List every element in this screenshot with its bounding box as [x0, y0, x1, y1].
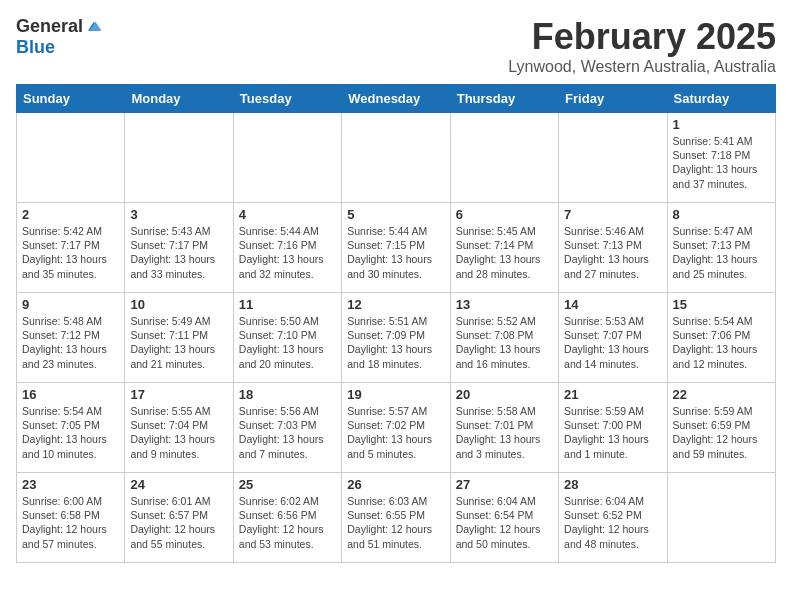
calendar-cell — [559, 113, 667, 203]
day-info: Sunrise: 5:42 AM Sunset: 7:17 PM Dayligh… — [22, 224, 119, 281]
day-number: 8 — [673, 207, 770, 222]
day-number: 3 — [130, 207, 227, 222]
day-number: 2 — [22, 207, 119, 222]
calendar-cell: 15Sunrise: 5:54 AM Sunset: 7:06 PM Dayli… — [667, 293, 775, 383]
calendar-cell: 23Sunrise: 6:00 AM Sunset: 6:58 PM Dayli… — [17, 473, 125, 563]
calendar-cell: 3Sunrise: 5:43 AM Sunset: 7:17 PM Daylig… — [125, 203, 233, 293]
logo-icon — [85, 18, 103, 36]
calendar-cell: 20Sunrise: 5:58 AM Sunset: 7:01 PM Dayli… — [450, 383, 558, 473]
calendar-cell: 7Sunrise: 5:46 AM Sunset: 7:13 PM Daylig… — [559, 203, 667, 293]
calendar-cell: 4Sunrise: 5:44 AM Sunset: 7:16 PM Daylig… — [233, 203, 341, 293]
day-number: 16 — [22, 387, 119, 402]
calendar-table: Sunday Monday Tuesday Wednesday Thursday… — [16, 84, 776, 563]
day-info: Sunrise: 5:54 AM Sunset: 7:05 PM Dayligh… — [22, 404, 119, 461]
day-number: 6 — [456, 207, 553, 222]
day-info: Sunrise: 5:57 AM Sunset: 7:02 PM Dayligh… — [347, 404, 444, 461]
calendar-cell — [125, 113, 233, 203]
day-info: Sunrise: 5:54 AM Sunset: 7:06 PM Dayligh… — [673, 314, 770, 371]
col-wednesday: Wednesday — [342, 85, 450, 113]
col-monday: Monday — [125, 85, 233, 113]
logo-blue: Blue — [16, 37, 55, 58]
calendar-cell: 14Sunrise: 5:53 AM Sunset: 7:07 PM Dayli… — [559, 293, 667, 383]
day-number: 23 — [22, 477, 119, 492]
calendar-title: February 2025 — [508, 16, 776, 58]
calendar-cell: 12Sunrise: 5:51 AM Sunset: 7:09 PM Dayli… — [342, 293, 450, 383]
day-number: 24 — [130, 477, 227, 492]
calendar-cell: 8Sunrise: 5:47 AM Sunset: 7:13 PM Daylig… — [667, 203, 775, 293]
day-number: 10 — [130, 297, 227, 312]
day-info: Sunrise: 6:03 AM Sunset: 6:55 PM Dayligh… — [347, 494, 444, 551]
calendar-cell: 2Sunrise: 5:42 AM Sunset: 7:17 PM Daylig… — [17, 203, 125, 293]
day-number: 17 — [130, 387, 227, 402]
calendar-cell: 9Sunrise: 5:48 AM Sunset: 7:12 PM Daylig… — [17, 293, 125, 383]
calendar-cell — [17, 113, 125, 203]
calendar-cell: 19Sunrise: 5:57 AM Sunset: 7:02 PM Dayli… — [342, 383, 450, 473]
calendar-cell — [667, 473, 775, 563]
day-info: Sunrise: 5:59 AM Sunset: 7:00 PM Dayligh… — [564, 404, 661, 461]
calendar-cell: 10Sunrise: 5:49 AM Sunset: 7:11 PM Dayli… — [125, 293, 233, 383]
day-number: 9 — [22, 297, 119, 312]
calendar-cell: 5Sunrise: 5:44 AM Sunset: 7:15 PM Daylig… — [342, 203, 450, 293]
col-saturday: Saturday — [667, 85, 775, 113]
day-number: 26 — [347, 477, 444, 492]
day-number: 21 — [564, 387, 661, 402]
logo: General Blue — [16, 16, 103, 58]
day-number: 25 — [239, 477, 336, 492]
day-info: Sunrise: 5:49 AM Sunset: 7:11 PM Dayligh… — [130, 314, 227, 371]
day-number: 5 — [347, 207, 444, 222]
calendar-cell: 17Sunrise: 5:55 AM Sunset: 7:04 PM Dayli… — [125, 383, 233, 473]
day-info: Sunrise: 5:45 AM Sunset: 7:14 PM Dayligh… — [456, 224, 553, 281]
day-number: 1 — [673, 117, 770, 132]
day-info: Sunrise: 5:55 AM Sunset: 7:04 PM Dayligh… — [130, 404, 227, 461]
calendar-week-1: 1Sunrise: 5:41 AM Sunset: 7:18 PM Daylig… — [17, 113, 776, 203]
col-friday: Friday — [559, 85, 667, 113]
calendar-week-2: 2Sunrise: 5:42 AM Sunset: 7:17 PM Daylig… — [17, 203, 776, 293]
day-number: 27 — [456, 477, 553, 492]
day-number: 14 — [564, 297, 661, 312]
day-number: 28 — [564, 477, 661, 492]
day-info: Sunrise: 5:44 AM Sunset: 7:16 PM Dayligh… — [239, 224, 336, 281]
calendar-week-4: 16Sunrise: 5:54 AM Sunset: 7:05 PM Dayli… — [17, 383, 776, 473]
calendar-cell: 28Sunrise: 6:04 AM Sunset: 6:52 PM Dayli… — [559, 473, 667, 563]
day-info: Sunrise: 6:00 AM Sunset: 6:58 PM Dayligh… — [22, 494, 119, 551]
calendar-cell — [450, 113, 558, 203]
day-info: Sunrise: 5:58 AM Sunset: 7:01 PM Dayligh… — [456, 404, 553, 461]
day-info: Sunrise: 5:53 AM Sunset: 7:07 PM Dayligh… — [564, 314, 661, 371]
calendar-cell — [342, 113, 450, 203]
calendar-cell — [233, 113, 341, 203]
day-number: 4 — [239, 207, 336, 222]
calendar-cell: 24Sunrise: 6:01 AM Sunset: 6:57 PM Dayli… — [125, 473, 233, 563]
day-number: 12 — [347, 297, 444, 312]
calendar-cell: 1Sunrise: 5:41 AM Sunset: 7:18 PM Daylig… — [667, 113, 775, 203]
calendar-cell: 22Sunrise: 5:59 AM Sunset: 6:59 PM Dayli… — [667, 383, 775, 473]
page-header: General Blue February 2025 Lynwood, West… — [16, 16, 776, 76]
day-number: 11 — [239, 297, 336, 312]
day-info: Sunrise: 6:04 AM Sunset: 6:54 PM Dayligh… — [456, 494, 553, 551]
col-tuesday: Tuesday — [233, 85, 341, 113]
calendar-cell: 27Sunrise: 6:04 AM Sunset: 6:54 PM Dayli… — [450, 473, 558, 563]
day-info: Sunrise: 5:47 AM Sunset: 7:13 PM Dayligh… — [673, 224, 770, 281]
logo-general: General — [16, 16, 83, 37]
day-number: 22 — [673, 387, 770, 402]
day-info: Sunrise: 5:56 AM Sunset: 7:03 PM Dayligh… — [239, 404, 336, 461]
calendar-cell: 16Sunrise: 5:54 AM Sunset: 7:05 PM Dayli… — [17, 383, 125, 473]
day-info: Sunrise: 5:44 AM Sunset: 7:15 PM Dayligh… — [347, 224, 444, 281]
day-info: Sunrise: 5:46 AM Sunset: 7:13 PM Dayligh… — [564, 224, 661, 281]
calendar-cell: 26Sunrise: 6:03 AM Sunset: 6:55 PM Dayli… — [342, 473, 450, 563]
day-info: Sunrise: 6:02 AM Sunset: 6:56 PM Dayligh… — [239, 494, 336, 551]
calendar-cell: 25Sunrise: 6:02 AM Sunset: 6:56 PM Dayli… — [233, 473, 341, 563]
day-info: Sunrise: 6:01 AM Sunset: 6:57 PM Dayligh… — [130, 494, 227, 551]
day-info: Sunrise: 5:51 AM Sunset: 7:09 PM Dayligh… — [347, 314, 444, 371]
day-number: 15 — [673, 297, 770, 312]
day-info: Sunrise: 5:48 AM Sunset: 7:12 PM Dayligh… — [22, 314, 119, 371]
calendar-cell: 13Sunrise: 5:52 AM Sunset: 7:08 PM Dayli… — [450, 293, 558, 383]
calendar-cell: 11Sunrise: 5:50 AM Sunset: 7:10 PM Dayli… — [233, 293, 341, 383]
day-info: Sunrise: 5:41 AM Sunset: 7:18 PM Dayligh… — [673, 134, 770, 191]
day-info: Sunrise: 5:59 AM Sunset: 6:59 PM Dayligh… — [673, 404, 770, 461]
col-sunday: Sunday — [17, 85, 125, 113]
day-info: Sunrise: 5:52 AM Sunset: 7:08 PM Dayligh… — [456, 314, 553, 371]
calendar-cell: 21Sunrise: 5:59 AM Sunset: 7:00 PM Dayli… — [559, 383, 667, 473]
header-row: Sunday Monday Tuesday Wednesday Thursday… — [17, 85, 776, 113]
title-section: February 2025 Lynwood, Western Australia… — [508, 16, 776, 76]
calendar-week-5: 23Sunrise: 6:00 AM Sunset: 6:58 PM Dayli… — [17, 473, 776, 563]
